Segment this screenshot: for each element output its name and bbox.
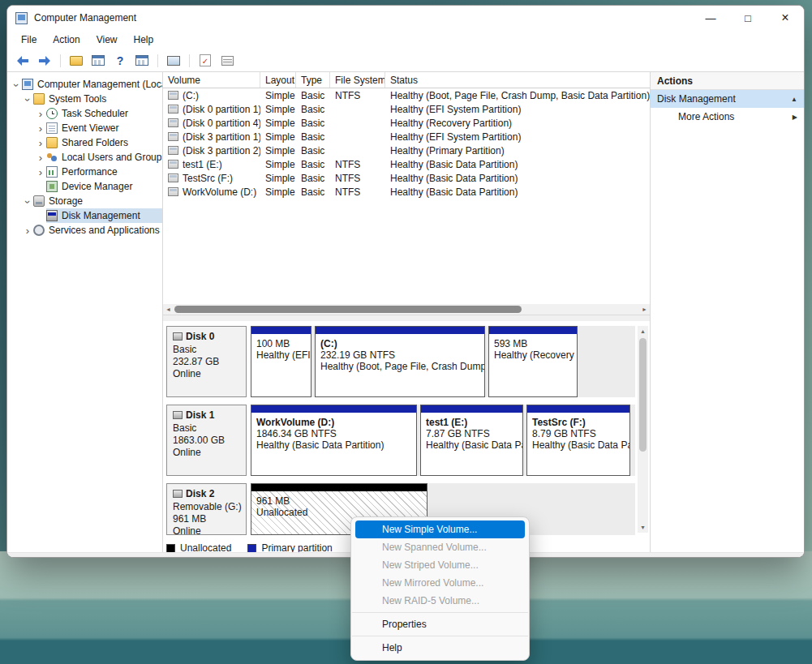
vertical-scrollbar[interactable]: ▲ ▼ [638, 326, 648, 533]
column-header-type[interactable]: Type [296, 72, 330, 88]
tree-item-disk-management[interactable]: Disk Management [7, 208, 162, 223]
tree-item-system-tools[interactable]: › System Tools [7, 92, 162, 106]
volume-status: Healthy (Recovery Partition) [385, 118, 650, 129]
menu-help[interactable]: Help [127, 32, 161, 48]
disk-status: Online [173, 368, 240, 380]
tree-item-shared-folders[interactable]: › Shared Folders [7, 135, 162, 150]
back-button[interactable] [14, 52, 32, 70]
chevron-right-icon[interactable]: › [35, 109, 46, 119]
chevron-right-icon[interactable]: › [35, 138, 46, 148]
forward-button[interactable] [36, 52, 54, 70]
partition-recovery[interactable]: 593 MB Healthy (Recovery [488, 326, 578, 397]
volume-row[interactable]: (Disk 3 partition 2) Simple Basic Health… [163, 144, 650, 157]
volume-row[interactable]: WorkVolume (D:) Simple Basic NTFS Health… [163, 185, 650, 199]
tree-item-services-applications[interactable]: › Services and Applications [7, 223, 162, 238]
chevron-right-icon[interactable]: › [35, 123, 46, 134]
action-more-actions[interactable]: More Actions ▶ [651, 108, 804, 126]
titlebar[interactable]: Computer Management — □ × [7, 6, 804, 30]
tree-item-event-viewer[interactable]: › Event Viewer [7, 121, 162, 135]
volume-row[interactable]: (Disk 0 partition 1) Simple Basic Health… [163, 102, 650, 116]
disk-0-label[interactable]: Disk 0 Basic 232.87 GB Online [166, 326, 247, 397]
menu-file[interactable]: File [14, 32, 44, 48]
volume-layout: Simple [260, 159, 296, 170]
chevron-down-icon[interactable]: › [11, 79, 22, 91]
close-button[interactable]: × [767, 6, 804, 30]
menu-action[interactable]: Action [45, 32, 87, 48]
tree-item-label: Services and Applications [49, 225, 160, 236]
volume-status: Healthy (Primary Partition) [385, 145, 650, 156]
scroll-right-icon[interactable]: ► [639, 304, 650, 315]
column-header-volume[interactable]: Volume [163, 72, 260, 88]
toolbar-separator [189, 54, 190, 67]
desktop-background: Computer Management — □ × File Action Vi… [0, 0, 812, 664]
action-disk-management[interactable]: Disk Management ▲ [651, 90, 804, 108]
menu-item-properties[interactable]: Properties [351, 615, 529, 633]
check-document-icon: ✓ [200, 54, 211, 66]
column-header-layout[interactable]: Layout [260, 72, 296, 88]
partition-size: 100 MB [256, 338, 306, 349]
scroll-down-icon[interactable]: ▼ [638, 522, 648, 533]
tree-item-storage[interactable]: › Storage [7, 194, 162, 208]
chevron-right-icon[interactable]: › [35, 167, 46, 178]
actions-header: Actions [651, 72, 804, 90]
partition-efi[interactable]: 100 MB Healthy (EFI [251, 326, 311, 397]
vertical-scrollbar-thumb[interactable] [639, 338, 647, 452]
column-header-status[interactable]: Status [385, 72, 650, 88]
partition-status: Healthy (Recovery [494, 349, 572, 361]
tree-item-label: Device Manager [62, 181, 132, 192]
collapse-chevron-icon[interactable]: ▲ [791, 96, 797, 103]
horizontal-scrollbar-thumb[interactable] [174, 306, 522, 313]
disk-2-label[interactable]: Disk 2 Removable (G:) 961 MB Online [166, 483, 247, 535]
partition-test1[interactable]: test1 (E:) 7.87 GB NTFS Healthy (Basic D… [420, 405, 523, 476]
chevron-right-icon[interactable]: › [35, 152, 46, 163]
console-window-button-2[interactable] [133, 52, 151, 70]
tree-item-local-users-groups[interactable]: › Local Users and Groups [7, 150, 162, 165]
chevron-right-icon[interactable]: › [22, 225, 33, 236]
volume-row[interactable]: test1 (E:) Simple Basic NTFS Healthy (Ba… [163, 157, 650, 171]
volume-row[interactable]: TestSrc (F:) Simple Basic NTFS Healthy (… [163, 171, 650, 185]
pane-splitter[interactable] [163, 315, 650, 321]
volume-row[interactable]: (Disk 0 partition 4) Simple Basic Health… [163, 116, 650, 130]
tree-item-performance[interactable]: › Performance [7, 165, 162, 179]
chevron-down-icon[interactable]: › [23, 94, 33, 105]
volume-layout: Simple [260, 131, 296, 143]
storage-icon [33, 195, 45, 207]
show-console-tree-button[interactable] [67, 52, 85, 70]
column-header-file-system[interactable]: File System [330, 72, 385, 88]
partition-testsrc[interactable]: TestSrc (F:) 8.79 GB NTFS Healthy (Basic… [526, 405, 630, 476]
disk-size: 961 MB [173, 513, 240, 525]
scroll-up-icon[interactable]: ▲ [638, 326, 648, 336]
menu-view[interactable]: View [89, 32, 125, 48]
disk-type: Basic [173, 344, 240, 356]
volume-layout: Simple [260, 145, 296, 156]
console-window-icon [135, 55, 148, 66]
partition-workvolume[interactable]: WorkVolume (D:) 1846.34 GB NTFS Healthy … [251, 405, 417, 476]
tree-item-label: Disk Management [62, 210, 140, 221]
check-document-button[interactable]: ✓ [196, 52, 214, 70]
menu-item-new-simple-volume[interactable]: New Simple Volume... [355, 520, 525, 538]
partition-c[interactable]: (C:) 232.19 GB NTFS Healthy (Boot, Page … [315, 326, 485, 397]
help-icon: ? [117, 54, 124, 67]
help-button[interactable]: ? [111, 52, 129, 70]
horizontal-scrollbar[interactable]: ◄ ► [163, 304, 650, 315]
selected-tree-item[interactable]: Disk Management [46, 208, 162, 223]
chevron-down-icon[interactable]: › [23, 196, 33, 208]
disk-1-label[interactable]: Disk 1 Basic 1863.00 GB Online [166, 405, 247, 476]
tree-item-computer-management[interactable]: › Computer Management (Local [7, 77, 162, 92]
display-button[interactable] [165, 52, 183, 70]
performance-icon [46, 166, 58, 178]
tree-item-device-manager[interactable]: Device Manager [7, 179, 162, 194]
partition-title: TestSrc (F:) [532, 417, 625, 428]
volume-row[interactable]: (Disk 3 partition 1) Simple Basic Health… [163, 130, 650, 144]
maximize-button[interactable]: □ [729, 6, 767, 30]
disk-0-row: Disk 0 Basic 232.87 GB Online 100 MB [166, 326, 635, 397]
scroll-left-icon[interactable]: ◄ [163, 304, 174, 315]
minimize-button[interactable]: — [692, 6, 729, 30]
table-view-button[interactable] [218, 52, 236, 70]
console-window-button[interactable] [89, 52, 107, 70]
menu-item-help[interactable]: Help [351, 639, 529, 657]
volume-row[interactable]: (C:) Simple Basic NTFS Healthy (Boot, Pa… [163, 88, 650, 102]
volume-icon [168, 105, 178, 114]
primary-partition-swatch [247, 544, 256, 553]
tree-item-task-scheduler[interactable]: › Task Scheduler [7, 106, 162, 121]
